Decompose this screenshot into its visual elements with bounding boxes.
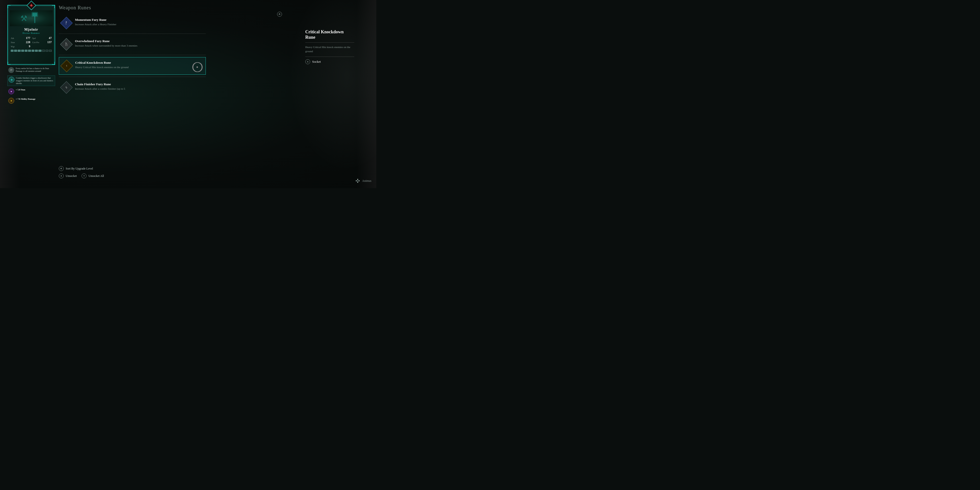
unsocket-controls-row: X Unsocket Y Unsocket All — [59, 173, 104, 178]
rune-diamond-silver: ᚢ — [60, 38, 73, 51]
stat-wgt-row: Wgt 9 — [11, 45, 30, 48]
animus-label: Animus — [362, 179, 371, 183]
stat-crit-row: Crit-Pre 137 — [32, 40, 52, 44]
rune-info-overwhelmed: Overwhelmed Fury Rune Increase Attack wh… — [75, 39, 204, 48]
overwhelmed-rune-name: Overwhelmed Fury Rune — [75, 39, 204, 43]
main-content: Weapon Runes ᚠ Momentum Fury Rune Increa… — [59, 5, 206, 96]
section-title: Weapon Runes — [59, 5, 206, 11]
weapon-type: Divine Hammer — [10, 32, 52, 34]
rune-info-critical: Critical Knockdown Rune Heavy Critical H… — [75, 61, 203, 69]
rune-item-momentum[interactable]: ᚠ Momentum Fury Rune Increase Attack aft… — [59, 14, 206, 32]
chain-rune-symbol: ᛃ — [65, 85, 68, 90]
upgrade-pip — [42, 50, 45, 52]
sort-button[interactable]: R — [59, 166, 64, 171]
svg-rect-8 — [358, 181, 358, 181]
rune-info-chain: Chain Finisher Fury Rune Increase Attack… — [75, 82, 204, 91]
ability-item-3: ● + 5.0 Stun — [7, 88, 55, 95]
atk-label: Atk — [11, 37, 14, 40]
upgrade-pip — [14, 50, 17, 52]
animus-logo: Animus — [355, 178, 371, 183]
detail-desc: Heavy Critical Hits knock enemies on the… — [305, 45, 354, 53]
ability-text-1: Every melee hit has a chance to do Stun … — [16, 67, 54, 73]
divider-1 — [59, 33, 206, 34]
rune-info-momentum: Momentum Fury Rune Increase Attack after… — [75, 18, 204, 26]
crit-label: Crit-Pre — [32, 41, 40, 44]
a-button[interactable]: A — [305, 59, 310, 64]
socket-circle — [192, 62, 202, 72]
rune-list: ᚠ Momentum Fury Rune Increase Attack aft… — [59, 14, 206, 96]
rune-diamond-blue: ᚠ — [60, 17, 73, 29]
overwhelmed-rune-symbol: ᚢ — [65, 42, 68, 46]
socket-label: Socket — [312, 60, 321, 64]
sort-label: Sort By Upgrade Level — [66, 167, 93, 170]
weapon-abilities: ⟳ Every melee hit has a chance to do Stu… — [7, 66, 55, 106]
upgrade-bar — [11, 50, 52, 52]
momentum-rune-name: Momentum Fury Rune — [75, 18, 204, 22]
upgrade-pip — [25, 50, 27, 52]
rune-item-chain-finisher[interactable]: ᛃ Chain Finisher Fury Rune Increase Atta… — [59, 79, 206, 96]
rune-icon-overwhelmed: ᚢ — [61, 39, 72, 49]
unsocket-all-label: Unsocket All — [88, 174, 104, 178]
stun-label: Stun — [11, 41, 15, 44]
upgrade-pip — [49, 50, 52, 52]
svg-rect-2 — [32, 13, 37, 16]
atk-value: 177 — [26, 36, 30, 40]
rune-item-critical-knockdown[interactable]: ᚲ Critical Knockdown Rune Heavy Critical… — [59, 57, 206, 75]
critical-rune-symbol: ᚲ — [65, 64, 68, 68]
socket-circle-inner — [196, 67, 198, 68]
upgrade-pip — [28, 50, 31, 52]
card-art — [10, 10, 52, 26]
stun-value: 228 — [26, 40, 30, 44]
detail-panel: Critical Knockdown Rune Heavy Critical H… — [305, 29, 354, 64]
ability-item-2: ◈ Combo finishers trigger a shockwave th… — [7, 75, 55, 86]
sort-control[interactable]: R Sort By Upgrade Level — [59, 166, 104, 171]
unsocket-label: Unsocket — [66, 174, 77, 178]
detail-divider — [305, 42, 354, 43]
upgrade-pip — [32, 50, 34, 52]
ability-icon-1: ⟳ — [8, 67, 14, 73]
weapon-stats: Atk 177 Spd 47 Stun 228 Crit-Pre 137 Wgt… — [10, 36, 52, 48]
card-corner-bl — [8, 62, 11, 65]
animus-cross-icon — [355, 178, 360, 183]
controls-bar: R Sort By Upgrade Level X Unsocket Y Uns… — [59, 166, 104, 178]
wgt-label: Wgt — [11, 45, 15, 48]
ability-icon-3: ● — [8, 88, 14, 94]
unsocket-control[interactable]: X Unsocket — [59, 173, 77, 178]
svg-rect-3 — [34, 16, 35, 23]
upgrade-pip — [21, 50, 24, 52]
chain-rune-name: Chain Finisher Fury Rune — [75, 82, 204, 86]
upgrade-pip — [11, 50, 13, 52]
crit-value: 137 — [47, 40, 52, 44]
hammer-art — [27, 11, 42, 25]
ability-icon-4: ● — [8, 98, 14, 103]
rune-diamond-dark: ᛃ — [60, 81, 73, 94]
stat-spd-row: Spd 47 — [32, 36, 52, 40]
wgt-value: 9 — [29, 45, 30, 48]
unsocket-button[interactable]: X — [59, 173, 64, 178]
chain-rune-desc: Increase Attack after a combo finisher (… — [75, 87, 204, 91]
r-button-indicator: R — [277, 12, 282, 17]
weapon-card: Mjolnir Divine Hammer Atk 177 Spd 47 Stu… — [7, 5, 55, 65]
overwhelmed-rune-desc: Increase Attack when surrounded by more … — [75, 44, 204, 48]
stat-stun-row: Stun 228 — [11, 40, 30, 44]
momentum-rune-symbol: ᚠ — [65, 21, 68, 25]
critical-rune-desc: Heavy Critical Hits knock enemies on the… — [75, 65, 203, 69]
ability-icon-2: ◈ — [9, 77, 14, 83]
unsocket-all-control[interactable]: Y Unsocket All — [81, 173, 104, 178]
upgrade-pip — [35, 50, 38, 52]
wolf-icon — [29, 3, 33, 7]
spd-label: Spd — [32, 37, 36, 40]
rune-icon-chain: ᛃ — [61, 82, 72, 92]
socket-button[interactable]: A Socket — [305, 59, 354, 64]
critical-rune-name: Critical Knockdown Rune — [75, 61, 203, 65]
momentum-rune-desc: Increase Attack after a Heavy Finisher — [75, 22, 204, 26]
detail-title: Critical Knockdown Rune — [305, 29, 354, 40]
divider-2 — [59, 55, 206, 55]
upgrade-pip — [38, 50, 41, 52]
rune-item-overwhelmed[interactable]: ᚢ Overwhelmed Fury Rune Increase Attack … — [59, 36, 206, 53]
ability-item-4: ● + 7.0 Ability Damage — [7, 97, 55, 105]
ability-text-3: + 5.0 Stun — [16, 88, 25, 91]
card-corner-tr — [52, 5, 55, 8]
ability-item-1: ⟳ Every melee hit has a chance to do Stu… — [7, 66, 55, 74]
unsocket-all-button[interactable]: Y — [81, 173, 86, 178]
